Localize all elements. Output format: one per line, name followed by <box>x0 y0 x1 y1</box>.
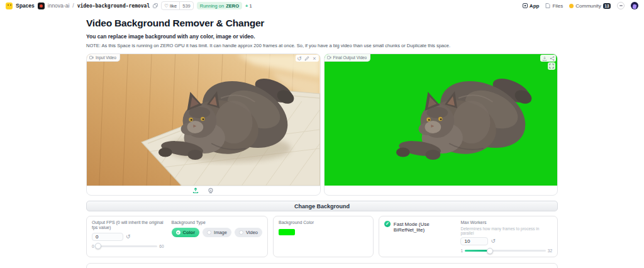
input-video-frame <box>87 54 320 186</box>
background-color-label: Background Color <box>279 220 368 225</box>
output-fps-input[interactable]: 0 <box>92 233 123 241</box>
radio-color[interactable]: Color <box>172 228 200 237</box>
page-title: Video Background Remover & Changer <box>86 18 558 29</box>
workers-max-label: 32 <box>548 248 552 253</box>
max-workers-slider[interactable] <box>465 250 546 252</box>
community-icon <box>569 4 574 8</box>
fast-mode-label: Fast Mode (Use BiRefNet_lite) <box>394 221 461 233</box>
output-fps-slider[interactable] <box>96 245 158 247</box>
output-video-frame <box>325 54 558 186</box>
input-video-panel: Input Video ↺ × <box>86 53 321 196</box>
time-elapsed-card: Time Elapsed Processing complete! Elapse… <box>86 263 558 268</box>
input-video-toolbar: ↺ × <box>296 55 319 62</box>
output-video-player[interactable]: Final Output Video <box>325 54 558 186</box>
path-separator: / <box>72 3 74 9</box>
contributors-badge[interactable]: + 1 <box>245 3 252 9</box>
radio-dot <box>207 230 211 235</box>
background-color-card: Background Color <box>273 216 374 257</box>
change-background-button[interactable]: Change Background <box>86 201 558 211</box>
page-subtitle: You can replace image background with an… <box>86 33 558 40</box>
radio-dot <box>239 230 243 235</box>
community-count-badge: 13 <box>603 3 611 9</box>
fullscreen-icon[interactable] <box>548 62 555 70</box>
video-icon <box>327 55 331 60</box>
output-video-toolbar <box>540 55 556 62</box>
download-icon[interactable] <box>541 55 547 61</box>
output-fps-label: Output FPS (0 will inherit the original … <box>92 220 164 231</box>
undo-icon[interactable]: ↺ <box>297 55 303 61</box>
fps-max-label: 60 <box>159 244 164 248</box>
workers-min-label: 1 <box>460 248 463 253</box>
owner-avatar[interactable] <box>38 3 45 9</box>
like-count[interactable]: 539 <box>179 2 193 9</box>
fps-type-card: Output FPS (0 will inherit the original … <box>86 216 268 257</box>
output-video-panel: Final Output Video <box>324 53 558 196</box>
output-video-label: Final Output Video <box>325 54 371 62</box>
copy-icon[interactable] <box>153 3 158 8</box>
page-note: NOTE: As this Space is running on ZERO G… <box>86 43 558 48</box>
input-video-player[interactable]: Input Video ↺ × <box>87 54 320 186</box>
max-workers-label: Max Workers <box>460 220 552 225</box>
radio-dot <box>176 230 180 235</box>
radio-image[interactable]: Image <box>203 228 231 237</box>
user-avatar[interactable] <box>631 2 638 9</box>
spaces-link[interactable]: Spaces <box>16 3 35 9</box>
huggingface-logo-icon[interactable] <box>6 3 13 9</box>
reset-icon[interactable]: ↺ <box>126 234 131 240</box>
background-type-label: Background Type <box>172 220 263 225</box>
input-video-label: Input Video <box>87 54 120 62</box>
webcam-icon[interactable] <box>208 187 214 194</box>
settings-icon <box>619 5 623 6</box>
reset-icon[interactable]: ↺ <box>491 238 496 244</box>
heart-icon: ♡ <box>164 3 169 9</box>
edit-icon[interactable] <box>304 55 310 61</box>
settings-button[interactable] <box>617 2 625 9</box>
max-workers-info: Determines how many frames to process in… <box>460 226 552 235</box>
video-icon <box>89 55 94 60</box>
files-icon <box>545 3 550 8</box>
background-type-radio-group: Color Image Video <box>172 228 263 237</box>
fast-workers-card: ✓ Fast Mode (Use BiRefNet_lite) Max Work… <box>379 216 558 257</box>
clear-icon[interactable]: × <box>312 55 318 61</box>
color-swatch[interactable] <box>279 229 295 235</box>
input-source-bar <box>87 186 320 195</box>
tab-app[interactable]: App <box>523 3 540 9</box>
tab-files[interactable]: Files <box>545 3 563 9</box>
runtime-badge[interactable]: Running onZERO <box>197 2 242 9</box>
fps-min-label: 0 <box>92 244 94 248</box>
like-button[interactable]: ♡like <box>162 2 179 9</box>
max-workers-input[interactable]: 10 <box>460 237 488 245</box>
repo-link[interactable]: video-background-removal <box>77 3 150 9</box>
radio-video[interactable]: Video <box>235 228 262 237</box>
owner-link[interactable]: innova-ai <box>48 3 70 9</box>
upload-icon[interactable] <box>192 187 199 194</box>
tab-community[interactable]: Community 13 <box>569 3 611 9</box>
site-header: Spaces innova-ai / video-background-remo… <box>0 0 644 11</box>
share-icon[interactable] <box>549 55 555 61</box>
app-content: Video Background Remover & Changer You c… <box>86 11 558 268</box>
fast-mode-checkbox[interactable]: ✓ <box>384 221 391 227</box>
like-widget[interactable]: ♡like 539 <box>161 1 194 10</box>
app-icon <box>523 3 528 8</box>
